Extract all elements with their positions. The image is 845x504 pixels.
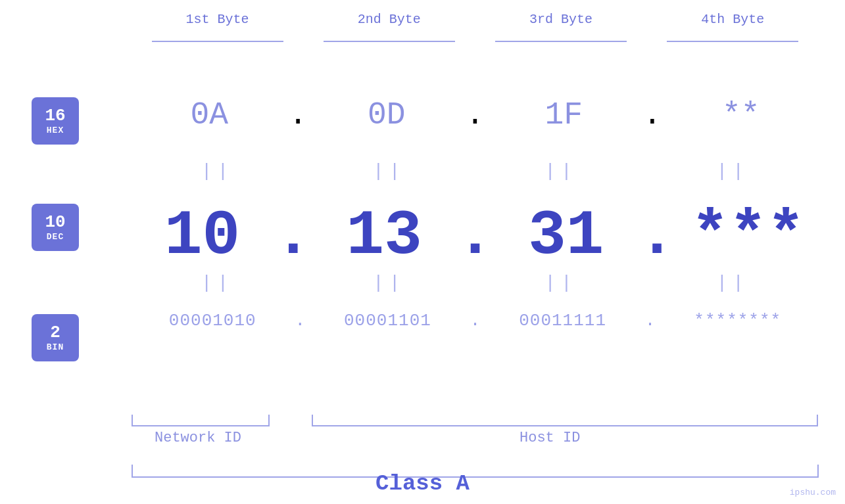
bin-val-1: 00001010 — [169, 311, 256, 331]
eq-hex-dec: || || || || — [132, 161, 819, 181]
dec-cell-2: 13 — [314, 200, 455, 272]
hex-badge-label: HEX — [47, 126, 64, 135]
dec-cell-1: 10 — [132, 200, 273, 272]
bin-dot-3: . — [645, 311, 656, 331]
eq-3: || — [475, 161, 646, 181]
bin-dot-1: . — [295, 311, 306, 331]
dec-dot-3: . — [638, 200, 676, 272]
col-header-2: 2nd Byte — [304, 12, 475, 27]
hex-val-3: 1F — [544, 97, 583, 133]
bracket-top-4 — [667, 41, 798, 42]
bin-cell-3: 00011111 — [481, 311, 644, 331]
eq-4: || — [647, 161, 818, 181]
dec-dot-1: . — [274, 200, 312, 272]
top-brackets — [132, 41, 819, 42]
hex-cell-2: 0D — [308, 97, 464, 133]
dec-row: 10 . 13 . 31 . *** — [132, 200, 819, 272]
hex-val-4: ** — [722, 97, 760, 133]
column-headers: 1st Byte 2nd Byte 3rd Byte 4th Byte — [132, 12, 819, 27]
eq-1: || — [132, 161, 303, 181]
hex-cell-4: ** — [663, 97, 819, 133]
hex-row: 0A . 0D . 1F . ** — [132, 97, 819, 133]
dec-val-3: 31 — [528, 200, 604, 272]
col-header-3: 3rd Byte — [475, 12, 646, 27]
dec-dot-2: . — [456, 200, 495, 272]
bin-dot-2: . — [470, 311, 481, 331]
bin-val-4: ******** — [694, 311, 781, 331]
eq-b4: || — [647, 273, 818, 293]
hex-dot-1: . — [289, 97, 308, 133]
bin-badge: 2 BIN — [32, 314, 79, 361]
bin-cell-1: 00001010 — [132, 311, 294, 331]
dec-cell-4: *** — [677, 200, 819, 272]
hex-dot-2: . — [466, 97, 485, 133]
dec-badge-num: 10 — [45, 213, 65, 232]
hex-cell-3: 1F — [486, 97, 642, 133]
bracket-network — [132, 415, 270, 426]
bin-row: 00001010 . 00001101 . 00011111 . *******… — [132, 311, 819, 331]
dec-badge: 10 DEC — [32, 204, 79, 251]
hex-cell-1: 0A — [132, 97, 287, 133]
hex-val-1: 0A — [191, 97, 229, 133]
eq-b2: || — [304, 273, 475, 293]
watermark: ipshu.com — [790, 488, 836, 497]
dec-val-4: *** — [691, 200, 805, 272]
hex-badge-num: 16 — [45, 106, 65, 126]
eq-b3: || — [475, 273, 646, 293]
bin-badge-label: BIN — [47, 342, 64, 352]
col-header-4: 4th Byte — [647, 12, 818, 27]
dec-val-1: 10 — [164, 200, 240, 272]
network-id-label: Network ID — [155, 430, 241, 446]
bin-cell-4: ******** — [656, 311, 819, 331]
hex-dot-3: . — [643, 97, 662, 133]
col-header-1: 1st Byte — [132, 12, 303, 27]
bracket-top-1 — [152, 41, 283, 42]
bin-val-2: 00001101 — [344, 311, 431, 331]
bin-badge-num: 2 — [50, 323, 60, 342]
class-label: Class A — [375, 471, 470, 496]
dec-val-2: 13 — [347, 200, 422, 272]
hex-badge: 16 HEX — [32, 97, 79, 145]
bracket-top-2 — [324, 41, 455, 42]
bracket-top-3 — [495, 41, 627, 42]
dec-badge-label: DEC — [47, 232, 64, 242]
eq-b1: || — [132, 273, 303, 293]
bin-cell-2: 00001101 — [306, 311, 469, 331]
dec-cell-3: 31 — [495, 200, 637, 272]
host-id-label: Host ID — [519, 430, 580, 446]
eq-dec-bin: || || || || — [132, 273, 819, 293]
hex-val-2: 0D — [368, 97, 406, 133]
bracket-host — [312, 415, 818, 426]
bracket-class — [132, 465, 819, 478]
eq-2: || — [304, 161, 475, 181]
bin-val-3: 00011111 — [519, 311, 606, 331]
